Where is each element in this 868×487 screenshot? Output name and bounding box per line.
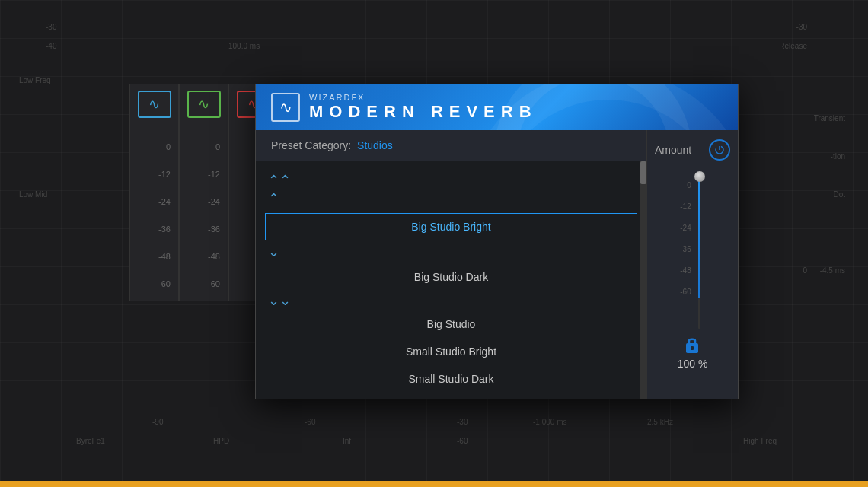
plugin-title: MODERN REVERB (309, 102, 538, 122)
fader-track-area (694, 171, 705, 329)
scale-mark: -12 (208, 161, 220, 188)
daw-label: -4.5 ms (820, 266, 845, 275)
squiggle-icon-blue: ∿ (148, 96, 160, 113)
preset-category-bar: Preset Category: Studios (256, 130, 646, 161)
plugin-logo-icon: ∿ (279, 98, 292, 116)
plugin-window: ∿ wizardFX MODERN REVERB Preset Category… (255, 84, 739, 399)
fader-area-2: 0 -12 -24 -36 -48 -60 (180, 133, 228, 301)
scale-24: -24 (680, 217, 691, 238)
scale-mark: -48 (208, 243, 220, 270)
scale-mark: -12 (158, 161, 171, 188)
scale-60: -60 (680, 281, 691, 302)
channel-strip-2-header[interactable]: ∿ (187, 91, 221, 118)
daw-label: -30 (457, 418, 468, 426)
scale-0: 0 (687, 174, 691, 196)
nav-down-button[interactable]: ⌄ (268, 244, 279, 260)
nav-down-double: ⌄⌄ (256, 291, 646, 310)
nav-buttons-top: ⌃⌃ (256, 167, 646, 190)
daw-label: Dot (833, 190, 845, 199)
daw-label: -40 (46, 42, 56, 50)
preset-scrollbar-thumb[interactable] (640, 161, 646, 184)
amount-fader-section: 0 -12 -24 -36 -48 -60 (655, 171, 730, 329)
preset-item-3[interactable]: Small Studio Bright (256, 338, 646, 365)
channel-strip-2: ∿ 0 -12 -24 -36 -48 -60 (179, 84, 228, 301)
preset-list-container: ⌃⌃ ⌃ Big Studio Bright ⌄ Big Studio Dark… (256, 161, 646, 399)
daw-label: -tion (831, 152, 845, 161)
preset-item-selected[interactable]: Big Studio Bright (265, 213, 637, 240)
scale-mark: -36 (158, 215, 171, 243)
daw-label: 0 (803, 266, 807, 275)
scale-12: -12 (680, 196, 691, 217)
scale-mark: -24 (208, 188, 220, 215)
nav-up-button[interactable]: ⌃ (268, 190, 279, 207)
daw-label: -60 (457, 437, 468, 445)
daw-label: 100.0 ms (228, 42, 260, 50)
fader-line-gray (698, 298, 700, 329)
nav-buttons-up: ⌃ (256, 190, 646, 213)
scale-mark: -24 (158, 188, 171, 215)
lock-icon[interactable] (684, 335, 700, 355)
bottom-bar (0, 481, 868, 487)
amount-header: Amount (655, 139, 730, 161)
svg-rect-3 (691, 346, 694, 350)
amount-percent: 100 % (678, 358, 708, 370)
daw-label: Transient (814, 114, 845, 123)
lock-icon-container: 100 % (678, 335, 708, 370)
preset-item-2[interactable]: Big Studio (256, 310, 646, 338)
daw-label: -30 (46, 23, 56, 31)
amount-scale: 0 -12 -24 -36 -48 -60 (680, 171, 691, 329)
daw-label: Inf (343, 437, 351, 445)
scale-36: -36 (680, 238, 691, 259)
plugin-body: Preset Category: Studios ⌃⌃ ⌃ Big Studio… (256, 130, 738, 399)
power-icon (714, 145, 725, 155)
channel-scale-2: 0 -12 -24 -36 -48 -60 (180, 133, 228, 301)
daw-label: HPD (213, 437, 229, 445)
plugin-title-area: wizardFX MODERN REVERB (309, 93, 538, 122)
power-button[interactable] (709, 139, 730, 161)
scale-mark: -60 (158, 270, 171, 298)
preset-scrollbar[interactable] (640, 161, 646, 399)
scale-mark: -60 (208, 270, 220, 298)
preset-item-1[interactable]: Big Studio Dark (256, 263, 646, 291)
nav-up-double-button[interactable]: ⌃⌃ (268, 172, 291, 189)
scale-mark: 0 (215, 133, 220, 161)
daw-label: -30 (796, 23, 807, 31)
channel-strip-1: ∿ 0 -12 -24 -36 -48 -60 (129, 84, 179, 301)
preset-panel: Preset Category: Studios ⌃⌃ ⌃ Big Studio… (256, 130, 646, 399)
daw-label: Low Mid (19, 190, 47, 199)
plugin-logo-box: ∿ (271, 93, 300, 122)
nav-down-double-button[interactable]: ⌄⌄ (268, 292, 291, 309)
amount-label: Amount (655, 144, 691, 156)
nav-down: ⌄ (256, 240, 646, 263)
scale-mark: 0 (166, 133, 171, 161)
fader-area-1: 0 -12 -24 -36 -48 -60 (130, 133, 178, 301)
daw-label: High Freq (743, 437, 777, 445)
daw-label: -90 (152, 418, 163, 426)
fader-line-blue (698, 177, 700, 298)
squiggle-icon-green: ∿ (198, 96, 209, 113)
daw-label: Low Freq (19, 76, 51, 84)
preset-category-value[interactable]: Studios (357, 139, 393, 151)
daw-label: ByreFe1 (76, 437, 105, 445)
daw-label: -60 (305, 418, 315, 426)
daw-label: 2.5 kHz (647, 418, 673, 426)
scale-48: -48 (680, 259, 691, 281)
scale-mark: -48 (158, 243, 171, 270)
channel-scale-1: 0 -12 -24 -36 -48 -60 (130, 133, 178, 301)
channel-strip-1-header[interactable]: ∿ (138, 91, 171, 118)
preset-item-4[interactable]: Small Studio Dark (256, 365, 646, 393)
plugin-header: ∿ wizardFX MODERN REVERB (256, 84, 738, 130)
daw-label: Release (779, 42, 807, 50)
fader-knob[interactable] (694, 171, 705, 182)
amount-panel: Amount 0 -12 -24 -36 -48 -60 (646, 130, 738, 399)
plugin-brand: wizardFX (309, 93, 538, 102)
preset-category-label: Preset Category: (271, 139, 351, 151)
scale-mark: -36 (208, 215, 220, 243)
daw-label: -1.000 ms (533, 418, 566, 426)
